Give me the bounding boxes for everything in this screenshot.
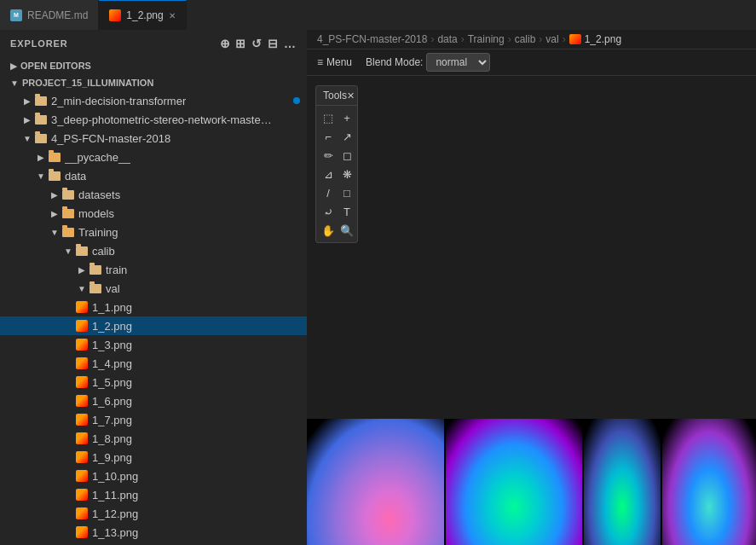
- label-1_13: 1_13.png: [92, 526, 138, 539]
- sep3: ›: [508, 33, 511, 45]
- tool-crop[interactable]: ⌐: [320, 128, 337, 145]
- breadcrumb-part-2[interactable]: data: [437, 33, 457, 45]
- tree-item-4psfc[interactable]: ▼ 4_PS-FCN-master-2018: [0, 129, 307, 148]
- tree-item-1_8[interactable]: 1_8.png: [0, 429, 307, 448]
- open-editors-label: OPEN EDITORS: [20, 61, 91, 71]
- tool-magic-add[interactable]: +: [338, 109, 355, 126]
- breadcrumb-part-1[interactable]: 4_PS-FCN-master-2018: [317, 33, 427, 45]
- tools-close-icon[interactable]: ✕: [347, 90, 355, 101]
- label-1_12: 1_12.png: [92, 507, 138, 520]
- chevron-models: ▶: [48, 209, 61, 218]
- label-4psfc: 4_PS-FCN-master-2018: [51, 132, 170, 145]
- label-val: val: [106, 282, 120, 295]
- tree-item-1_1[interactable]: 1_1.png: [0, 298, 307, 316]
- project-label: PROJECT_15_ILLUMINATION: [22, 78, 153, 88]
- tool-hand[interactable]: ✋: [320, 222, 337, 239]
- tool-line[interactable]: /: [320, 184, 337, 201]
- img-icon-1_7: [75, 414, 89, 426]
- tree-item-training[interactable]: ▼ Training: [0, 223, 307, 241]
- tool-zoom[interactable]: 🔍: [338, 222, 355, 239]
- breadcrumb-part-3[interactable]: Training: [468, 33, 505, 45]
- label-models: models: [78, 207, 114, 220]
- chevron-train: ▶: [75, 265, 89, 275]
- project-section[interactable]: ▼ PROJECT_15_ILLUMINATION: [0, 74, 307, 91]
- label-1_4: 1_4.png: [92, 357, 132, 370]
- tree-item-val[interactable]: ▼ val: [0, 279, 307, 298]
- tree-item-1_13[interactable]: 1_13.png: [0, 523, 307, 542]
- editor-area: 4_PS-FCN-master-2018 › data › Training ›…: [307, 30, 756, 545]
- project-chevron: ▼: [10, 78, 19, 88]
- tab-readme[interactable]: M README.md: [0, 0, 99, 30]
- tree-item-1_11[interactable]: 1_11.png: [0, 485, 307, 504]
- tree-item-1_12[interactable]: 1_12.png: [0, 504, 307, 523]
- tree-item-1_3[interactable]: 1_3.png: [0, 335, 307, 354]
- sidebar-actions: ⊕ ⊞ ↺ ⊟ …: [220, 37, 297, 50]
- tree-item-deep-photometric[interactable]: ▶ 3_deep-photometric-stereo-network-mast…: [0, 110, 307, 129]
- breadcrumb-part-4[interactable]: calib: [515, 33, 536, 45]
- tree-item-datasets[interactable]: ▶ datasets: [0, 185, 307, 204]
- chevron-calib: ▼: [61, 246, 75, 256]
- tree-item-1_10[interactable]: 1_10.png: [0, 467, 307, 485]
- tool-pencil[interactable]: ✏: [320, 147, 337, 164]
- tree-item-models[interactable]: ▶ models: [0, 204, 307, 223]
- label-1_11: 1_11.png: [92, 489, 138, 502]
- chevron-pycache: ▶: [34, 153, 48, 162]
- tool-eraser[interactable]: ◻: [338, 147, 355, 164]
- normal-map-2: [446, 419, 583, 545]
- more-actions-icon[interactable]: …: [284, 37, 297, 50]
- new-folder-icon[interactable]: ⊞: [235, 37, 246, 50]
- tree-item-1_2[interactable]: 1_2.png: [0, 316, 307, 335]
- tab-image[interactable]: 1_2.png ✕: [99, 0, 186, 30]
- img-icon-1_9: [75, 451, 89, 463]
- label-data: data: [65, 170, 86, 183]
- img-icon-1_13: [75, 526, 89, 538]
- sep4: ›: [539, 33, 542, 45]
- tree-item-min-decision[interactable]: ▶ 2_min-decision-transformer: [0, 91, 307, 110]
- tool-lasso[interactable]: ⤾: [320, 203, 337, 220]
- breadcrumb: 4_PS-FCN-master-2018 › data › Training ›…: [307, 30, 756, 49]
- tree-item-data[interactable]: ▼ data: [0, 166, 307, 185]
- open-editors-section[interactable]: ▶ OPEN EDITORS: [0, 57, 307, 74]
- chevron-min-decision: ▶: [20, 96, 34, 106]
- tool-transform[interactable]: ↗: [338, 128, 355, 145]
- label-1_3: 1_3.png: [92, 339, 132, 351]
- tool-text[interactable]: T: [338, 203, 355, 220]
- breadcrumb-current: 1_2.png: [585, 33, 621, 45]
- tree-item-1_14[interactable]: 1_14.png: [0, 542, 307, 545]
- main-area: EXPLORER ⊕ ⊞ ↺ ⊟ … ▶ OPEN EDITORS ▼ PROJ…: [0, 30, 756, 545]
- tree-item-1_9[interactable]: 1_9.png: [0, 448, 307, 467]
- file-tree: ▶ 2_min-decision-transformer ▶ 3_deep-ph…: [0, 91, 307, 545]
- tree-item-1_6[interactable]: 1_6.png: [0, 391, 307, 410]
- chevron-data: ▼: [34, 171, 48, 181]
- folder-icon-deep-photometric: [34, 113, 48, 125]
- blend-mode-select[interactable]: normal multiply screen overlay: [426, 53, 490, 72]
- tool-rect-shape[interactable]: □: [338, 184, 355, 201]
- label-train: train: [106, 264, 127, 276]
- sidebar: EXPLORER ⊕ ⊞ ↺ ⊟ … ▶ OPEN EDITORS ▼ PROJ…: [0, 30, 307, 545]
- tool-eyedropper[interactable]: ⊿: [320, 165, 337, 183]
- collapse-icon[interactable]: ⊟: [268, 37, 279, 50]
- tool-paint-bucket[interactable]: ❋: [338, 165, 355, 183]
- folder-icon-data: [48, 170, 61, 182]
- refresh-icon[interactable]: ↺: [251, 37, 263, 50]
- tree-item-1_5[interactable]: 1_5.png: [0, 373, 307, 391]
- tab-image-label: 1_2.png: [126, 9, 163, 21]
- label-1_7: 1_7.png: [92, 414, 132, 426]
- tree-item-train[interactable]: ▶ train: [0, 260, 307, 279]
- open-editors-chevron: ▶: [10, 61, 17, 71]
- label-deep-photometric: 3_deep-photometric-stereo-network-master…: [51, 113, 273, 126]
- tool-rect-select[interactable]: ⬚: [320, 109, 337, 126]
- new-file-icon[interactable]: ⊕: [220, 37, 231, 50]
- tree-item-1_7[interactable]: 1_7.png: [0, 410, 307, 429]
- label-1_5: 1_5.png: [92, 376, 132, 389]
- tab-close-icon[interactable]: ✕: [169, 11, 176, 20]
- chevron-4psfc: ▼: [20, 134, 34, 143]
- tools-title: Tools: [323, 90, 347, 101]
- tree-item-pycache[interactable]: ▶ __pycache__: [0, 148, 307, 166]
- tree-item-1_4[interactable]: 1_4.png: [0, 354, 307, 373]
- breadcrumb-part-5[interactable]: val: [545, 33, 558, 45]
- menu-button[interactable]: ≡ Menu: [317, 56, 352, 68]
- img-icon-1_12: [75, 507, 89, 519]
- tree-item-calib[interactable]: ▼ calib: [0, 241, 307, 260]
- folder-icon-calib: [75, 245, 89, 257]
